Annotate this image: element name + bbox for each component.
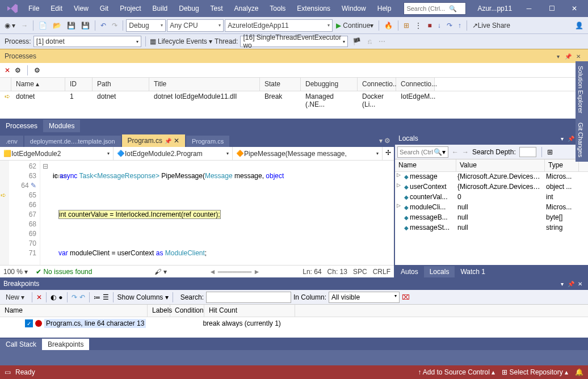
new-project-icon[interactable]: 📄 — [36, 19, 49, 32]
process-combo[interactable]: [1] dotnet▾ — [33, 36, 141, 47]
bp-showcols-button[interactable]: Show Columns ▾ — [117, 293, 169, 301]
target-combo[interactable]: AzureIotEdgeApp11▾ — [225, 19, 333, 32]
zoom-level[interactable]: 100 % ▾ — [3, 268, 28, 276]
config-combo[interactable]: Debug▾ — [126, 19, 166, 32]
bp-export-icon[interactable]: ↷ — [72, 293, 77, 301]
breakpoint-glyph-icon[interactable]: ✎ — [31, 182, 36, 189]
menu-build[interactable]: Build — [147, 2, 174, 15]
nav-project[interactable]: 🟨 IotEdgeModule2▾ — [0, 147, 114, 160]
split-icon[interactable]: ✢ — [383, 147, 394, 160]
tab-modules[interactable]: Modules — [43, 120, 80, 132]
step-over-icon[interactable]: ↷ — [444, 19, 455, 32]
nav-next-icon[interactable]: → — [462, 148, 469, 156]
step-into-icon[interactable]: ↓ — [435, 19, 443, 32]
panel-close-icon[interactable]: ✕ — [573, 53, 583, 60]
frame-icon[interactable]: ⋯ — [376, 35, 388, 48]
maximize-button[interactable]: ☐ — [540, 1, 563, 16]
thread-combo[interactable]: [16] SingleThreadEventExecutor wo▾ — [240, 36, 348, 47]
save-all-icon[interactable]: 💾 — [79, 19, 92, 32]
menu-view[interactable]: View — [68, 2, 94, 15]
tab-breakpoints[interactable]: Breakpoints — [42, 339, 89, 350]
flag-icon[interactable]: 🏴 — [350, 35, 363, 48]
nav-prev-icon[interactable]: ← — [452, 148, 459, 156]
locals-pin-icon[interactable]: 📌 — [566, 136, 576, 142]
save-icon[interactable]: 💾 — [65, 19, 78, 32]
menu-edit[interactable]: Edit — [45, 2, 68, 15]
bp-search-input[interactable] — [206, 292, 291, 303]
menu-analyze[interactable]: Analyze — [229, 2, 264, 15]
bp-close-icon[interactable]: ✕ — [576, 281, 585, 287]
nav-method[interactable]: 🔶 PipeMessage(Message message,▾ — [233, 147, 383, 160]
locals-row[interactable]: ◆messageB...nullbyte[] — [395, 213, 588, 223]
menu-git[interactable]: Git — [94, 2, 114, 15]
bp-incol-combo[interactable]: All visible▾ — [329, 292, 400, 303]
menu-test[interactable]: Test — [205, 2, 229, 15]
locals-menu-icon[interactable]: ▾ — [557, 136, 566, 142]
locals-row[interactable]: ◆counterVal...0int — [395, 192, 588, 203]
bp-menu-icon[interactable]: ▾ — [557, 281, 566, 287]
bp-filter-icon[interactable]: ≔ — [94, 293, 100, 301]
menu-debug[interactable]: Debug — [173, 2, 204, 15]
tab-program-2[interactable]: Program.cs — [186, 136, 229, 147]
bp-goto-icon[interactable]: ☰ — [103, 293, 109, 301]
redo-icon[interactable]: ↷ — [110, 19, 120, 32]
menu-window[interactable]: Window — [336, 2, 372, 15]
tab-watch1[interactable]: Watch 1 — [455, 266, 491, 277]
panel-menu-icon[interactable]: ▾ — [553, 53, 563, 60]
brush-icon[interactable]: 🖌 ▾ — [154, 268, 166, 276]
issues-status[interactable]: ✔ No issues found — [36, 268, 92, 276]
locals-row[interactable]: ▷◆moduleCli...nullMicros... — [395, 203, 588, 213]
spc-status[interactable]: SPC — [353, 268, 367, 276]
locals-row[interactable]: ▷◆message{Microsoft.Azure.Devices.Cl...M… — [395, 172, 588, 182]
tab-locals[interactable]: Locals — [424, 266, 455, 277]
bp-pin-icon[interactable]: 📌 — [566, 281, 576, 287]
rail-git-changes[interactable]: Git Changes — [576, 118, 586, 162]
locals-search[interactable]: 🔍▾ — [397, 146, 448, 158]
tab-overflow-icon[interactable]: ▾ ⚙ — [376, 134, 394, 147]
menu-help[interactable]: Help — [372, 2, 397, 15]
tab-processes[interactable]: Processes — [0, 120, 43, 132]
nav-back-icon[interactable]: ◉ ▾ — [2, 19, 18, 32]
tab-close-icon[interactable]: ✕ — [174, 137, 179, 145]
breakpoint-row[interactable]: ✓ Program.cs, line 64 character 13 break… — [0, 317, 588, 330]
bp-enable-all-icon[interactable]: ● — [58, 293, 62, 301]
notifications-icon[interactable]: 🔔 — [575, 368, 583, 376]
output-icon[interactable]: ▭ — [5, 368, 11, 376]
stack-icon[interactable]: ⎌ — [366, 35, 374, 48]
platform-combo[interactable]: Any CPU▾ — [167, 19, 224, 32]
menu-tools[interactable]: Tools — [264, 2, 291, 15]
bp-disable-all-icon[interactable]: ◐ — [51, 293, 56, 301]
bp-new-button[interactable]: New ▾ — [2, 292, 28, 302]
nav-fwd-icon[interactable]: → — [19, 19, 30, 32]
search-input[interactable] — [406, 5, 449, 12]
panel-pin-icon[interactable]: 📌 — [563, 53, 573, 60]
tab-env[interactable]: .env — [0, 136, 23, 147]
step-out-icon[interactable]: ↑ — [456, 19, 464, 32]
bp-import-icon[interactable]: ↶ — [79, 293, 85, 301]
repo-button[interactable]: ⊞ Select Repository ▴ — [502, 368, 568, 376]
bp-delete-icon[interactable]: ✕ — [36, 293, 42, 301]
locals-row[interactable]: ◆messageSt...nullstring — [395, 223, 588, 233]
depth-combo[interactable] — [519, 147, 536, 157]
bp-clear-icon[interactable]: ⌧ — [402, 293, 410, 301]
feedback-icon[interactable]: 👤 — [573, 19, 586, 32]
delete-icon[interactable]: ✕ — [5, 66, 10, 74]
tab-callstack[interactable]: Call Stack — [0, 339, 42, 350]
close-button[interactable]: ✕ — [563, 1, 586, 16]
lifecycle-events[interactable]: ▦ Lifecycle Events ▾ — [150, 37, 212, 45]
code-editor[interactable]: ➪ 62 63 64 ✎ 65 66 67 68 69 70 71 ⊟ renc… — [0, 161, 394, 265]
app-icon[interactable]: ⊞ — [401, 19, 411, 32]
tab-deployment[interactable]: deployment.de....template.json — [24, 136, 121, 147]
nav-class[interactable]: 🔷 IotEdgeModule2.Program▾ — [114, 147, 233, 160]
menu-project[interactable]: Project — [114, 2, 146, 15]
process-row[interactable]: ➪ dotnet 1 dotnet dotnet IotEdgeModule11… — [0, 91, 588, 104]
crlf-status[interactable]: CRLF — [373, 268, 390, 276]
live-share-button[interactable]: ↗ Live Share — [470, 19, 513, 32]
minimize-button[interactable]: ─ — [518, 1, 540, 16]
gear-icon[interactable]: ⚙ — [15, 66, 21, 74]
search-box[interactable]: 🔍 — [404, 2, 466, 15]
h-scroll[interactable]: ◄ ═══════ ► — [173, 268, 297, 276]
open-icon[interactable]: 📂 — [51, 19, 64, 32]
bp-checkbox[interactable]: ✓ — [25, 319, 33, 327]
locals-row[interactable]: ▷◆userContext{Microsoft.Azure.Devices.Cl… — [395, 182, 588, 192]
